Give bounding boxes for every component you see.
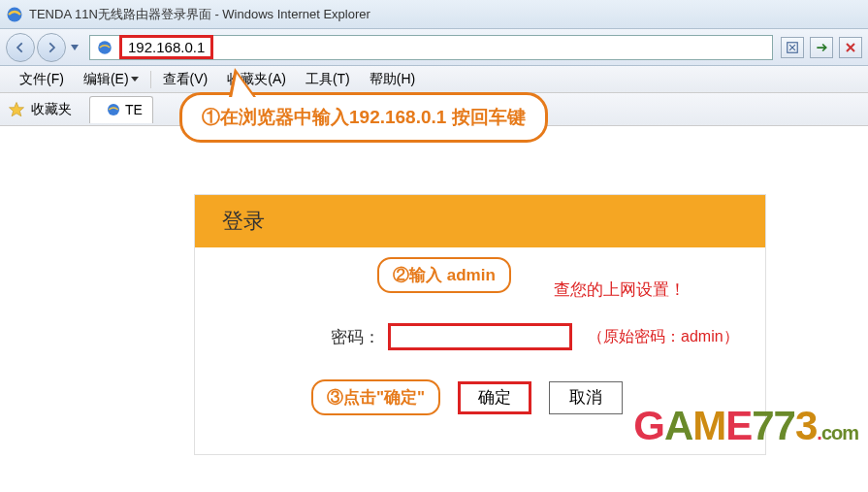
window-titlebar: TENDA 11N无线路由器登录界面 - Windows Internet Ex… [0, 0, 868, 29]
annotation-3: ③点击"确定" [311, 379, 440, 415]
url-highlight: 192.168.0.1 [119, 35, 213, 59]
tab-favicon [106, 102, 121, 117]
menu-tools[interactable]: 工具(T) [296, 71, 360, 88]
login-header: 登录 [195, 195, 765, 247]
menu-help[interactable]: 帮助(H) [360, 71, 425, 88]
back-button[interactable] [6, 33, 35, 62]
password-input[interactable] [388, 323, 572, 350]
star-icon [8, 101, 25, 118]
favorites-label[interactable]: 收藏夹 [31, 101, 72, 118]
annotation-1: ①在浏览器中输入192.168.0.1 按回车键 [179, 92, 548, 143]
browser-navbar: 192.168.0.1 [0, 29, 868, 66]
browser-tab[interactable]: TE [89, 96, 153, 123]
window-title: TENDA 11N无线路由器登录界面 - Windows Internet Ex… [29, 6, 370, 23]
ie-logo-icon [6, 6, 23, 23]
forward-button[interactable] [37, 33, 66, 62]
page-icon [96, 39, 113, 56]
menu-view[interactable]: 查看(V) [153, 71, 218, 88]
stop-button[interactable] [839, 37, 862, 58]
ok-button[interactable]: 确定 [458, 381, 531, 414]
password-hint: （原始密码：admin） [588, 327, 739, 347]
menu-file[interactable]: 文件(F) [10, 71, 74, 88]
nav-history-dropdown[interactable] [68, 33, 81, 62]
url-text: 192.168.0.1 [128, 39, 205, 55]
annotation-2: ②输入 admin [377, 257, 511, 293]
password-label: 密码： [331, 326, 380, 348]
address-bar[interactable]: 192.168.0.1 [89, 35, 773, 60]
page-content: 登录 ②输入 admin 查您的上网设置！ 密码： （原始密码：admin） ③… [0, 126, 868, 455]
cancel-button[interactable]: 取消 [549, 381, 623, 414]
menu-edit[interactable]: 编辑(E) [74, 71, 148, 88]
watermark: GAME773.com [633, 403, 858, 449]
refresh-button[interactable] [810, 37, 833, 58]
compat-view-button[interactable] [781, 37, 804, 58]
menu-bar: 文件(F) 编辑(E) 查看(V) 收藏夹(A) 工具(T) 帮助(H) [0, 66, 868, 93]
tab-title: TE [125, 102, 143, 117]
login-info-text: 查您的上网设置！ [554, 279, 686, 301]
